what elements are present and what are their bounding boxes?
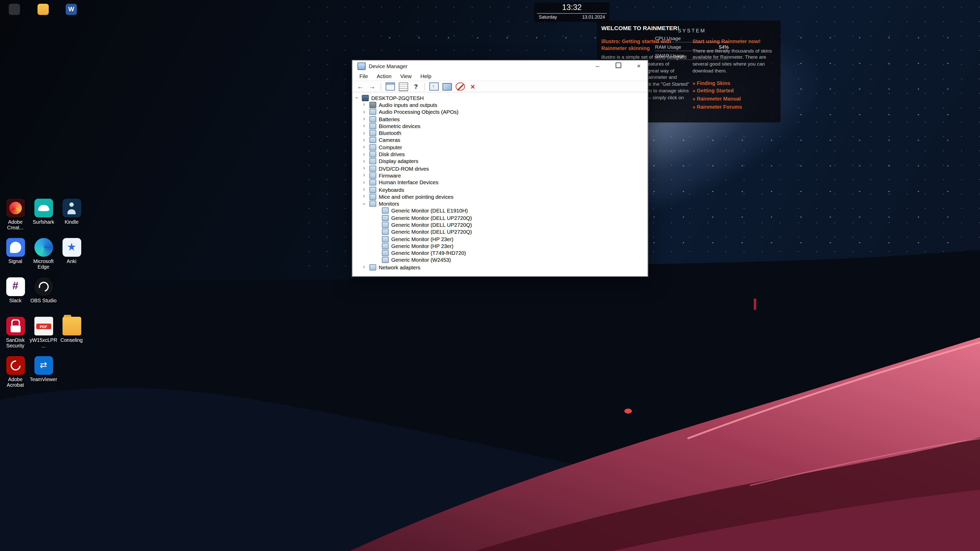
tree-item[interactable]: Audio Processing Objects (APOs) [352, 108, 648, 116]
tree-item-label: Audio Processing Objects (APOs) [379, 109, 458, 115]
title-bar[interactable]: Device Manager – × [352, 61, 648, 71]
chevron-icon[interactable] [363, 151, 369, 157]
desktop-icon-partial-folder[interactable] [38, 4, 49, 15]
tree-item[interactable]: Generic Monitor (HP 23er) [352, 243, 648, 250]
tree-item[interactable]: Generic Monitor (DELL UP2720Q) [352, 214, 648, 221]
toolbar-icon[interactable] [429, 83, 439, 91]
device-icon [382, 222, 389, 228]
chevron-icon[interactable] [363, 194, 369, 200]
desktop-icon[interactable]: Microsoft Edge [29, 238, 57, 277]
desktop-icon-image [6, 199, 24, 218]
desktop-icon[interactable]: SanDisk Security [1, 317, 29, 356]
toolbar-icon[interactable] [442, 83, 452, 90]
desktop-icon[interactable]: Anki [57, 238, 86, 277]
toolbar-icon[interactable] [399, 82, 408, 91]
tree-item[interactable]: Monitors [352, 200, 648, 207]
chevron-icon[interactable] [363, 159, 369, 164]
device-icon [382, 236, 389, 242]
rainmeter-link[interactable]: » Getting Started [692, 87, 776, 95]
desktop-icon[interactable]: Surfshark [29, 199, 57, 238]
chevron-icon[interactable] [363, 265, 369, 270]
tree-item[interactable]: Audio inputs and outputs [352, 101, 648, 108]
tree-item[interactable]: Bluetooth [352, 130, 648, 137]
close-button[interactable]: × [630, 61, 648, 71]
desktop-icon[interactable]: OBS Studio [29, 277, 57, 317]
toolbar-icon[interactable] [455, 83, 465, 91]
chevron-icon[interactable] [363, 187, 369, 192]
tree-item-label: Batteries [379, 116, 400, 122]
rainmeter-link[interactable]: » Rainmeter Manual [692, 95, 776, 103]
desktop-icon[interactable]: Kindle [57, 199, 86, 238]
tree-item-label: Biometric devices [379, 123, 420, 129]
chevron-icon[interactable] [363, 130, 369, 136]
clock-day: Saturday [539, 14, 557, 20]
toolbar-icon[interactable] [469, 83, 477, 91]
desktop-icon[interactable]: Conseling [57, 317, 86, 356]
system-monitor-widget: SYSTEM CPU Usage RAM Usage 54% SWAP Usag… [655, 28, 729, 60]
menu-item[interactable]: File [355, 73, 372, 79]
desktop-icon[interactable]: Adobe Acrobat [1, 356, 29, 395]
toolbar-icon[interactable] [412, 83, 420, 91]
system-rows: CPU Usage RAM Usage 54% SWAP Usage [655, 34, 729, 60]
chevron-icon[interactable] [363, 109, 369, 115]
toolbar-icon[interactable] [380, 83, 381, 90]
desktop-icon-image [62, 199, 81, 218]
welcome-links: » Finding Skins » Getting Started » Rain… [692, 79, 776, 111]
rainmeter-link[interactable]: » Finding Skins [692, 79, 776, 87]
maximize-button[interactable] [609, 61, 627, 71]
tree-item[interactable]: Cameras [352, 137, 648, 144]
tree-item-label: Network adapters [379, 264, 420, 270]
chevron-icon[interactable] [363, 201, 369, 206]
tree-item-label: Bluetooth [379, 130, 401, 136]
menu-item[interactable]: Help [416, 73, 436, 79]
device-icon [382, 229, 389, 235]
tree-item[interactable]: Display adapters [352, 158, 648, 165]
toolbar-icon[interactable] [386, 83, 395, 91]
desktop-icon[interactable]: TeamViewer [29, 356, 57, 395]
clock-date: 13.01.2024 [582, 14, 605, 20]
tree-item[interactable]: Batteries [352, 116, 648, 123]
tree-item[interactable]: Generic Monitor (W2453) [352, 257, 648, 264]
device-icon [369, 144, 376, 150]
desktop-icon-label: Adobe Creat... [1, 219, 29, 231]
desktop-icon[interactable]: Signal [1, 238, 29, 277]
tree-item[interactable]: Generic Monitor (DELL UP2720Q) [352, 228, 648, 235]
chevron-icon[interactable] [355, 95, 361, 101]
tree-item[interactable]: Generic Monitor (DELL UP2720Q) [352, 221, 648, 229]
chevron-icon[interactable] [363, 165, 369, 171]
chevron-icon[interactable] [363, 138, 369, 143]
tree-item[interactable]: Generic Monitor (T749-fHD720) [352, 249, 648, 257]
tree-item[interactable]: Human Interface Devices [352, 179, 648, 186]
toolbar-icon[interactable] [368, 83, 376, 91]
tree-item[interactable]: Firmware [352, 172, 648, 179]
chevron-icon[interactable] [363, 123, 369, 129]
tree-item[interactable]: DVD/CD-ROM drives [352, 165, 648, 172]
chevron-icon[interactable] [363, 180, 369, 186]
tree-item[interactable]: Network adapters [352, 264, 648, 271]
rainmeter-link[interactable]: » Rainmeter Forums [692, 103, 776, 111]
desktop-icon[interactable]: yW15xcLPR... [29, 317, 57, 356]
tree-item[interactable]: Generic Monitor (DELL E1910H) [352, 207, 648, 214]
device-icon [362, 95, 369, 101]
menu-item[interactable]: View [396, 73, 416, 79]
menu-item[interactable]: Action [372, 73, 396, 79]
tree-item[interactable]: Computer [352, 144, 648, 151]
minimize-button[interactable]: – [589, 61, 606, 71]
desktop-icon[interactable]: Adobe Creat... [1, 199, 29, 238]
desktop-icon-partial-word-doc[interactable] [65, 4, 77, 15]
chevron-icon[interactable] [363, 116, 369, 122]
tree-item[interactable]: Generic Monitor (HP 23er) [352, 235, 648, 243]
tree-item[interactable]: DESKTOP-2GQTESH [352, 94, 648, 102]
tree-item[interactable]: Disk drives [352, 151, 648, 158]
desktop-icon[interactable]: Slack [1, 277, 29, 317]
tree-item[interactable]: Keyboards [352, 186, 648, 193]
chevron-icon[interactable] [363, 173, 369, 178]
toolbar-icon[interactable] [356, 83, 364, 91]
chevron-icon[interactable] [363, 144, 369, 150]
chevron-icon[interactable] [363, 102, 369, 108]
desktop-icon-partial-app[interactable] [9, 4, 20, 15]
tree-item[interactable]: Biometric devices [352, 122, 648, 130]
tree-item[interactable]: Mice and other pointing devices [352, 193, 648, 200]
system-row-value: 54% [719, 44, 729, 50]
toolbar-icon[interactable] [425, 83, 425, 90]
